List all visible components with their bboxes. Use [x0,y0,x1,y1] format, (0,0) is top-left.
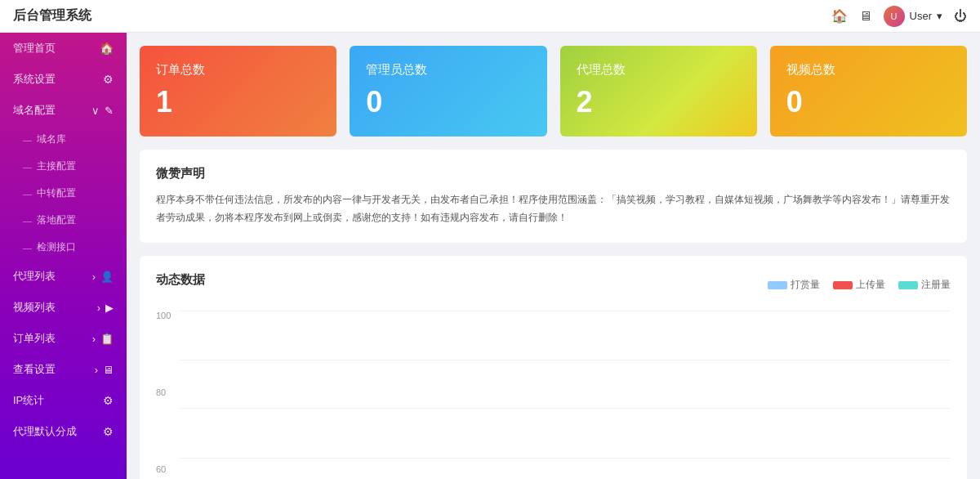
stat-card-orders: 订单总数 1 [140,46,336,137]
legend-uploads: 上传量 [833,278,885,292]
header: 后台管理系统 🏠 🖥 U User ▾ ⏻ [0,0,980,33]
sidebar-item-home[interactable]: 管理首页 🏠 [0,33,127,64]
chevron-right-icon2[interactable]: › [97,302,100,314]
sidebar-item-agent-commission[interactable]: 代理默认分成 ⚙ [0,416,127,447]
sidebar-subitem-relay-config[interactable]: 中转配置 [0,180,127,207]
sidebar-label-agent-commission: 代理默认分成 [13,424,77,439]
notice-text: 程序本身不带任何违法信息，所发布的内容一律与开发者无关，由发布者自己承担！程序使… [156,191,951,226]
subitem-label-landing-config: 落地配置 [37,213,76,227]
user-label: User [910,10,932,22]
layout: 管理首页 🏠 系统设置 ⚙ 域名配置 ∨ ✎ 域名库 主接配置 中转配置 落地配… [0,33,980,479]
regs-label: 注册量 [921,278,951,292]
chart-header: 动态数据 打赏量 上传量 注册量 [156,272,951,298]
sidebar-subitem-landing-config[interactable]: 落地配置 [0,207,127,234]
header-right: 🏠 🖥 U User ▾ ⏻ [831,6,967,27]
sidebar-label-home: 管理首页 [13,41,56,56]
ip-stats-icon: ⚙ [103,394,114,407]
sidebar-label-orders: 订单列表 [13,331,56,346]
sidebar-label-domain: 域名配置 [13,103,56,118]
sidebar-label-settings: 系统设置 [13,72,56,87]
avatar: U [884,6,905,27]
sidebar-subitem-main-config[interactable]: 主接配置 [0,153,127,180]
card-managers-value: 0 [366,87,530,117]
stat-card-agents: 代理总数 2 [560,46,757,137]
subitem-label-main-config: 主接配置 [37,159,76,173]
sidebar-item-orders[interactable]: 订单列表 › 📋 [0,323,127,354]
grid-line-80 [180,360,951,360]
subitem-label-relay-config: 中转配置 [37,186,76,200]
chevron-right-icon[interactable]: › [92,271,96,283]
uploads-color-dot [833,281,853,289]
card-orders-label: 订单总数 [156,62,320,78]
y-label-60: 60 [156,464,171,474]
card-agents-label: 代理总数 [577,62,741,78]
sidebar-label-view-settings: 查看设置 [13,362,56,377]
home-icon[interactable]: 🏠 [831,8,848,24]
logo: 后台管理系统 [13,7,91,25]
power-icon[interactable]: ⏻ [954,9,967,24]
chart-panel: 动态数据 打赏量 上传量 注册量 [140,256,967,479]
card-videos-label: 视频总数 [786,62,951,78]
card-orders-value: 1 [156,87,320,117]
stat-card-managers: 管理员总数 0 [350,46,546,137]
card-agents-value: 2 [577,87,741,117]
user-dropdown-icon: ▾ [937,10,942,22]
y-label-80: 80 [156,387,171,397]
chevron-right-icon4[interactable]: › [95,364,98,376]
settings-icon: ⚙ [103,73,114,86]
card-managers-label: 管理员总数 [366,62,530,78]
sidebar-item-agents[interactable]: 代理列表 › 👤 [0,261,127,292]
sidebar-label-agents: 代理列表 [13,269,56,284]
agents-icons: › 👤 [92,271,114,283]
notice-panel: 微赞声明 程序本身不带任何违法信息，所发布的内容一律与开发者无关，由发布者自己承… [140,150,967,243]
legend-plays: 打赏量 [768,278,820,292]
person-icon: 👤 [100,271,114,283]
chevron-right-icon3[interactable]: › [92,333,96,345]
user-menu[interactable]: U User ▾ [884,6,942,27]
grid-line-60 [180,408,951,409]
sidebar-item-domain[interactable]: 域名配置 ∨ ✎ [0,95,127,126]
sidebar-item-ip-stats[interactable]: IP统计 ⚙ [0,385,127,416]
subitem-label-detect-api: 检测接口 [37,240,76,254]
play-icon: ▶ [105,302,114,314]
sidebar: 管理首页 🏠 系统设置 ⚙ 域名配置 ∨ ✎ 域名库 主接配置 中转配置 落地配… [0,33,127,479]
videos-icons: › ▶ [97,302,114,314]
plays-color-dot [768,281,787,289]
stat-cards: 订单总数 1 管理员总数 0 代理总数 2 视频总数 0 [140,46,967,137]
screen-icon[interactable]: 🖥 [859,9,872,24]
commission-icon: ⚙ [103,425,114,438]
sidebar-subitem-domain-lib[interactable]: 域名库 [0,126,127,153]
regs-color-dot [898,281,918,289]
sidebar-label-ip-stats: IP统计 [13,393,44,408]
chart-grid [180,311,951,458]
view-icons: › 🖥 [95,364,114,376]
card-videos-value: 0 [786,87,951,117]
chevron-down-icon[interactable]: ∨ [91,105,100,117]
sidebar-item-videos[interactable]: 视频列表 › ▶ [0,292,127,323]
home-sidebar-icon: 🏠 [100,42,114,55]
sidebar-subitem-detect-api[interactable]: 检测接口 [0,234,127,261]
chart-legend: 打赏量 上传量 注册量 [768,278,951,292]
subitem-label-domain-lib: 域名库 [37,132,66,146]
edit-icon[interactable]: ✎ [105,105,114,117]
plays-label: 打赏量 [791,278,820,292]
sidebar-item-settings[interactable]: 系统设置 ⚙ [0,64,127,95]
y-label-100: 100 [156,311,171,320]
main-content: 订单总数 1 管理员总数 0 代理总数 2 视频总数 0 微赞声明 程序本身不带… [127,33,980,479]
chart-y-labels: 100 80 60 [156,311,171,474]
sidebar-label-videos: 视频列表 [13,300,56,315]
uploads-label: 上传量 [856,278,885,292]
monitor-icon: 🖥 [103,364,114,376]
order-icon: 📋 [100,333,114,345]
orders-icons: › 📋 [92,333,114,345]
notice-title: 微赞声明 [156,166,951,181]
sidebar-item-view-settings[interactable]: 查看设置 › 🖥 [0,354,127,385]
grid-line-bottom [180,458,951,459]
grid-line-100 [180,311,951,311]
domain-icons: ∨ ✎ [91,105,114,117]
chart-area: 100 80 60 [156,311,951,474]
chart-title: 动态数据 [156,272,205,288]
stat-card-videos: 视频总数 0 [770,46,967,137]
legend-regs: 注册量 [898,278,951,292]
